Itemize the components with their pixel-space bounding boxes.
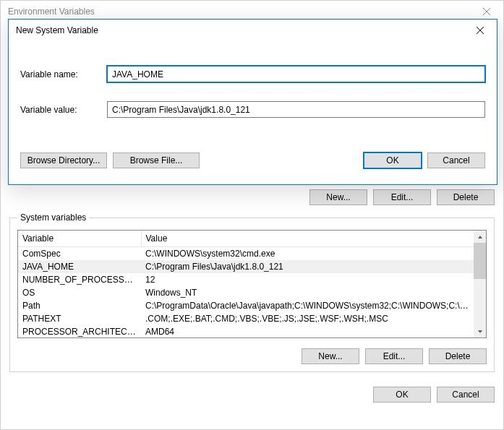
scroll-down-arrow-icon[interactable] bbox=[474, 325, 486, 337]
variable-name-label: Variable name: bbox=[20, 69, 107, 79]
modal-title: New System Variable bbox=[16, 25, 98, 35]
browse-directory-button[interactable]: Browse Directory... bbox=[20, 152, 107, 168]
modal-titlebar: New System Variable bbox=[9, 20, 497, 41]
modal-buttons: Browse Directory... Browse File... OK Ca… bbox=[20, 152, 485, 168]
system-variables-table[interactable]: Variable Value ComSpecC:\WINDOWS\system3… bbox=[18, 231, 474, 337]
system-delete-button[interactable]: Delete bbox=[429, 348, 487, 364]
system-new-button[interactable]: New... bbox=[302, 348, 359, 364]
browse-file-button[interactable]: Browse File... bbox=[113, 152, 200, 168]
modal-cancel-button[interactable]: Cancel bbox=[427, 152, 485, 168]
table-row[interactable]: PROCESSOR_ARCHITECTUREAMD64 bbox=[18, 325, 474, 337]
close-icon bbox=[477, 27, 484, 34]
cell-value: C:\WINDOWS\system32\cmd.exe bbox=[141, 247, 474, 261]
cell-value: AMD64 bbox=[141, 325, 474, 337]
system-variables-group: System variables Variable Value ComSpecC… bbox=[9, 212, 495, 372]
cell-value: C:\Program Files\Java\jdk1.8.0_121 bbox=[141, 260, 474, 273]
ok-button[interactable]: OK bbox=[373, 387, 431, 403]
content-area: New... Edit... Delete System variables V… bbox=[1, 185, 503, 429]
variable-value-input[interactable] bbox=[107, 101, 485, 118]
user-new-button[interactable]: New... bbox=[309, 189, 367, 205]
cell-variable: OS bbox=[18, 286, 141, 299]
table-header-row: Variable Value bbox=[18, 231, 474, 247]
system-edit-button[interactable]: Edit... bbox=[365, 348, 423, 364]
modal-ok-button[interactable]: OK bbox=[364, 152, 422, 168]
column-header-variable[interactable]: Variable bbox=[18, 231, 141, 247]
cell-variable: JAVA_HOME bbox=[18, 260, 141, 273]
table-row[interactable]: JAVA_HOMEC:\Program Files\Java\jdk1.8.0_… bbox=[18, 260, 474, 273]
user-delete-button[interactable]: Delete bbox=[437, 189, 495, 205]
close-icon bbox=[483, 8, 490, 15]
scrollbar-thumb[interactable] bbox=[474, 243, 486, 279]
variable-name-row: Variable name: bbox=[20, 66, 485, 82]
user-edit-button[interactable]: Edit... bbox=[373, 189, 431, 205]
environment-variables-window: Environment Variables New... Edit... Del… bbox=[0, 0, 504, 430]
system-variables-table-wrap: Variable Value ComSpecC:\WINDOWS\system3… bbox=[17, 230, 487, 338]
system-variables-table-inner: Variable Value ComSpecC:\WINDOWS\system3… bbox=[18, 231, 474, 337]
cell-value: .COM;.EXE;.BAT;.CMD;.VBS;.VBE;.JS;.JSE;.… bbox=[141, 312, 474, 325]
cell-value: C:\ProgramData\Oracle\Java\javapath;C:\W… bbox=[141, 299, 474, 312]
cell-variable: PROCESSOR_ARCHITECTURE bbox=[18, 325, 141, 337]
cell-variable: Path bbox=[18, 299, 141, 312]
vertical-scrollbar[interactable] bbox=[474, 231, 486, 337]
variable-name-input[interactable] bbox=[107, 66, 485, 82]
modal-close-button[interactable] bbox=[464, 20, 497, 41]
cancel-button[interactable]: Cancel bbox=[437, 387, 495, 403]
user-vars-buttons: New... Edit... Delete bbox=[9, 189, 495, 205]
cell-value: 12 bbox=[141, 273, 474, 286]
table-row[interactable]: ComSpecC:\WINDOWS\system32\cmd.exe bbox=[18, 247, 474, 261]
cell-variable: NUMBER_OF_PROCESSORS bbox=[18, 273, 141, 286]
variable-value-label: Variable value: bbox=[20, 105, 107, 115]
variable-value-row: Variable value: bbox=[20, 101, 485, 118]
table-row[interactable]: OSWindows_NT bbox=[18, 286, 474, 299]
cell-variable: PATHEXT bbox=[18, 312, 141, 325]
table-row[interactable]: NUMBER_OF_PROCESSORS12 bbox=[18, 273, 474, 286]
modal-buttons-left: Browse Directory... Browse File... bbox=[20, 152, 200, 168]
table-row[interactable]: PATHEXT.COM;.EXE;.BAT;.CMD;.VBS;.VBE;.JS… bbox=[18, 312, 474, 325]
window-title: Environment Variables bbox=[8, 7, 95, 17]
column-header-value[interactable]: Value bbox=[141, 231, 474, 247]
modal-buttons-right: OK Cancel bbox=[364, 152, 485, 168]
dialog-buttons: OK Cancel bbox=[9, 387, 495, 403]
system-vars-buttons: New... Edit... Delete bbox=[17, 348, 487, 364]
cell-variable: ComSpec bbox=[18, 247, 141, 261]
cell-value: Windows_NT bbox=[141, 286, 474, 299]
table-row[interactable]: PathC:\ProgramData\Oracle\Java\javapath;… bbox=[18, 299, 474, 312]
scroll-up-arrow-icon[interactable] bbox=[474, 231, 486, 243]
system-variables-legend: System variables bbox=[17, 212, 89, 223]
scrollbar-track[interactable] bbox=[474, 279, 486, 325]
new-system-variable-dialog: New System Variable Variable name: Varia… bbox=[8, 19, 497, 185]
